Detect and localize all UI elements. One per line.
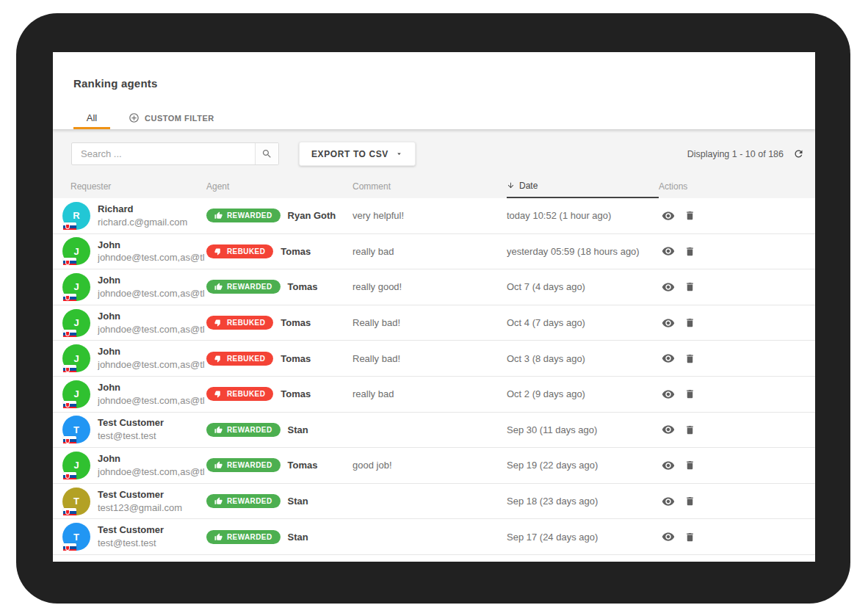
agent-name: Tomas [288,281,318,292]
requester-identity: John johndoe@test.com,as@tl [98,274,205,300]
delete-button[interactable] [684,388,695,400]
export-to-csv-button[interactable]: EXPORT TO CSV [299,142,416,166]
comment-text: really bad [352,388,507,399]
delete-button[interactable] [684,495,695,507]
delete-button[interactable] [684,245,695,258]
avatar: J [62,237,90,265]
status-badge: REBUKED [206,244,273,258]
status-badge-label: REWARDED [227,211,272,220]
requester-identity: Test Customer test@test.test [98,416,164,443]
trash-icon [684,424,695,436]
requester-email: test@test.test [98,537,164,550]
trash-icon [684,316,695,329]
requester-name: Test Customer [98,488,182,502]
view-button[interactable] [662,459,675,472]
agent-cell: REWARDED Tomas [206,280,352,294]
search-box [71,142,279,165]
sort-desc-icon [507,181,515,189]
column-header-agent[interactable]: Agent [206,174,352,198]
comment-text: very helpful! [352,210,507,221]
column-header-actions: Actions [659,174,815,198]
agent-name: Ryan Goth [288,210,336,221]
requester-email: johndoe@test.com,as@tl [98,395,205,407]
view-button[interactable] [662,388,675,401]
agent-cell: REBUKED Tomas [206,352,352,366]
circle-plus-icon [129,112,140,123]
view-button[interactable] [662,209,675,222]
delete-button[interactable] [684,209,695,222]
column-header-requester[interactable]: Requester [53,174,206,198]
slovakia-flag-icon [63,401,76,408]
view-button[interactable] [662,316,675,330]
displaying-count: Displaying 1 - 10 of 186 [687,149,784,159]
requester-email: test123@gmail.com [98,502,182,515]
requester-email: johndoe@test.com,as@tl [98,252,205,264]
agent-name: Tomas [281,246,311,257]
actions-cell [659,530,815,543]
trash-icon [684,459,695,471]
avatar: R [62,202,90,230]
status-badge: REWARDED [206,530,281,544]
requester-identity: Test Customer test123@gmail.com [98,488,182,515]
avatar: T [62,416,90,443]
refresh-button[interactable] [793,148,804,159]
table-row: T Test Customer test@test.test REWARDED … [53,519,815,555]
view-button[interactable] [662,244,675,258]
table-header-row: Requester Agent Comment Date Actions [53,174,815,198]
requester-cell: J John johndoe@test.com,as@tl [53,344,206,372]
search-input[interactable] [72,143,255,164]
view-button[interactable] [662,280,675,294]
status-badge: REWARDED [206,423,281,437]
view-button[interactable] [662,495,675,508]
requester-email: johndoe@test.com,as@tl [98,288,205,300]
view-button[interactable] [662,530,675,543]
eye-icon [662,280,675,294]
agent-cell: REBUKED Tomas [206,387,352,401]
requester-cell: T Test Customer test@test.test [53,523,206,551]
status-badge: REWARDED [206,494,281,508]
agent-cell: REWARDED Stan [206,530,352,544]
slovakia-flag-icon [63,222,76,230]
delete-button[interactable] [684,531,695,543]
delete-button[interactable] [684,459,695,471]
actions-cell [659,280,815,294]
avatar-letter: J [73,460,79,471]
column-header-comment[interactable]: Comment [352,174,507,198]
trash-icon [684,280,695,293]
column-header-date[interactable]: Date [507,174,659,198]
delete-button[interactable] [684,352,695,365]
agent-name: Tomas [281,353,311,364]
delete-button[interactable] [684,280,695,293]
export-to-csv-label: EXPORT TO CSV [311,149,388,159]
avatar-letter: T [73,424,79,435]
tab-custom-filter-label: CUSTOM FILTER [145,114,214,123]
delete-button[interactable] [684,316,695,329]
view-button[interactable] [662,423,675,436]
table-row: J John johndoe@test.com,as@tl REBUKED To… [53,305,815,341]
view-button[interactable] [662,352,675,365]
requester-name: John [98,381,205,395]
status-badge-label: REBUKED [227,319,265,327]
date-text: Sep 30 (11 days ago) [507,424,659,435]
eye-icon [662,209,675,222]
tab-all[interactable]: All [73,109,110,129]
requester-cell: R Richard richard.c@gmail.com [53,202,206,230]
table-row: J John johndoe@test.com,as@tl REWARDED T… [53,448,815,484]
slovakia-flag-icon [63,365,76,372]
status-badge: REBUKED [206,352,273,366]
requester-email: richard.c@gmail.com [98,217,187,229]
thumb-up-icon [214,283,223,291]
table-row: J John johndoe@test.com,as@tl REBUKED To… [53,377,815,413]
search-button[interactable] [255,143,278,164]
tab-custom-filter[interactable]: CUSTOM FILTER [127,109,216,129]
avatar: J [62,309,90,337]
requester-name: John [98,345,205,359]
status-badge: REWARDED [206,209,281,222]
page-title: Ranking agents [53,52,815,90]
avatar: J [62,380,90,408]
agent-name: Stan [288,424,308,435]
delete-button[interactable] [684,424,695,436]
agent-cell: REWARDED Stan [206,423,352,437]
table-row: J John johndoe@test.com,as@tl REWARDED T… [53,269,815,305]
thumb-up-icon [214,211,223,220]
